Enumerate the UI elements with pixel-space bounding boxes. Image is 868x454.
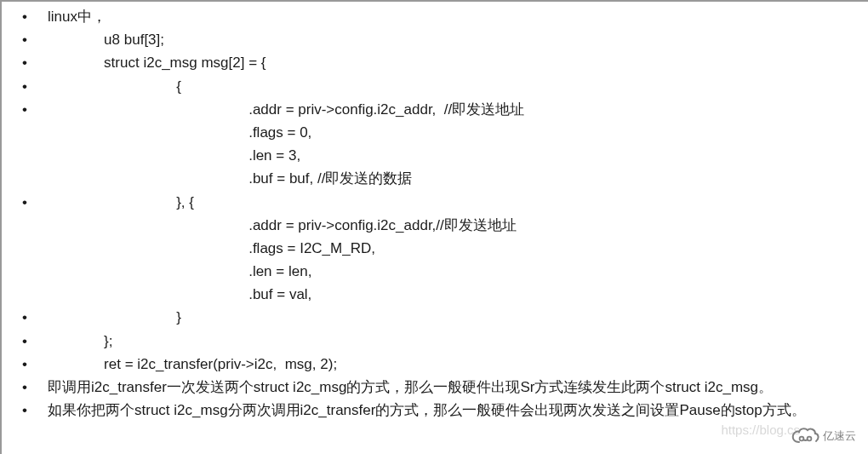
code-line: .buf = buf, //即发送的数据 — [19, 167, 851, 190]
brand-name: 亿速云 — [823, 428, 856, 445]
line-text: .len = len, — [48, 260, 311, 283]
bullet-dot — [19, 144, 48, 167]
line-text: .flags = I2C_M_RD, — [48, 237, 375, 260]
line-text: .buf = buf, //即发送的数据 — [48, 167, 412, 190]
bullet-dot: • — [19, 330, 48, 353]
bullet-dot: • — [19, 306, 48, 329]
bullet-dot: • — [19, 28, 48, 51]
bullet-dot — [19, 167, 48, 190]
line-text: ret = i2c_transfer(priv->i2c, msg, 2); — [48, 353, 337, 376]
paragraph: • 即调用i2c_transfer一次发送两个struct i2c_msg的方式… — [19, 376, 851, 399]
bullet-dot — [19, 214, 48, 237]
code-line: .buf = val, — [19, 283, 851, 306]
code-line: .addr = priv->config.i2c_addr,//即发送地址 — [19, 214, 851, 237]
paragraph-text: 如果你把两个struct i2c_msg分两次调用i2c_transfer的方式… — [48, 399, 806, 422]
line-text: } — [48, 306, 181, 329]
code-line: • }, { — [19, 191, 851, 214]
document-content: • linux中， • u8 buf[3]; • struct i2c_msg … — [2, 2, 868, 422]
bullet-dot — [19, 283, 48, 306]
line-text: .len = 3, — [48, 144, 300, 167]
code-line: • linux中， — [19, 5, 851, 28]
code-line: .flags = I2C_M_RD, — [19, 237, 851, 260]
line-text: .flags = 0, — [48, 121, 311, 144]
bullet-dot — [19, 121, 48, 144]
bullet-dot: • — [19, 399, 48, 422]
paragraph: • 如果你把两个struct i2c_msg分两次调用i2c_transfer的… — [19, 399, 851, 422]
code-line: • } — [19, 306, 851, 329]
bullet-dot: • — [19, 376, 48, 399]
code-line: .len = 3, — [19, 144, 851, 167]
code-line: .flags = 0, — [19, 121, 851, 144]
code-line: • }; — [19, 330, 851, 353]
line-text: }; — [48, 330, 113, 353]
bullet-dot: • — [19, 98, 48, 121]
bullet-dot: • — [19, 191, 48, 214]
code-line: • ret = i2c_transfer(priv->i2c, msg, 2); — [19, 353, 851, 376]
line-text: struct i2c_msg msg[2] = { — [48, 51, 266, 74]
line-text: .buf = val, — [48, 283, 311, 306]
watermark-text: https://blog.cs — [721, 420, 800, 440]
code-line: .len = len, — [19, 260, 851, 283]
code-line: • u8 buf[3]; — [19, 28, 851, 51]
bullet-dot: • — [19, 75, 48, 98]
code-line: • struct i2c_msg msg[2] = { — [19, 51, 851, 74]
code-line: • { — [19, 75, 851, 98]
code-line: • .addr = priv->config.i2c_addr, //即发送地址 — [19, 98, 851, 121]
bullet-dot: • — [19, 353, 48, 376]
line-text: linux中， — [48, 5, 106, 28]
bullet-dot — [19, 237, 48, 260]
bullet-dot — [19, 260, 48, 283]
cloud-icon — [791, 427, 819, 445]
brand-logo: 亿速云 — [791, 427, 856, 445]
line-text: .addr = priv->config.i2c_addr,//即发送地址 — [48, 214, 517, 237]
line-text: }, { — [48, 191, 194, 214]
bullet-dot: • — [19, 51, 48, 74]
line-text: { — [48, 75, 181, 98]
line-text: .addr = priv->config.i2c_addr, //即发送地址 — [48, 98, 524, 121]
line-text: u8 buf[3]; — [48, 28, 164, 51]
paragraph-text: 即调用i2c_transfer一次发送两个struct i2c_msg的方式，那… — [48, 376, 773, 399]
bullet-dot: • — [19, 5, 48, 28]
